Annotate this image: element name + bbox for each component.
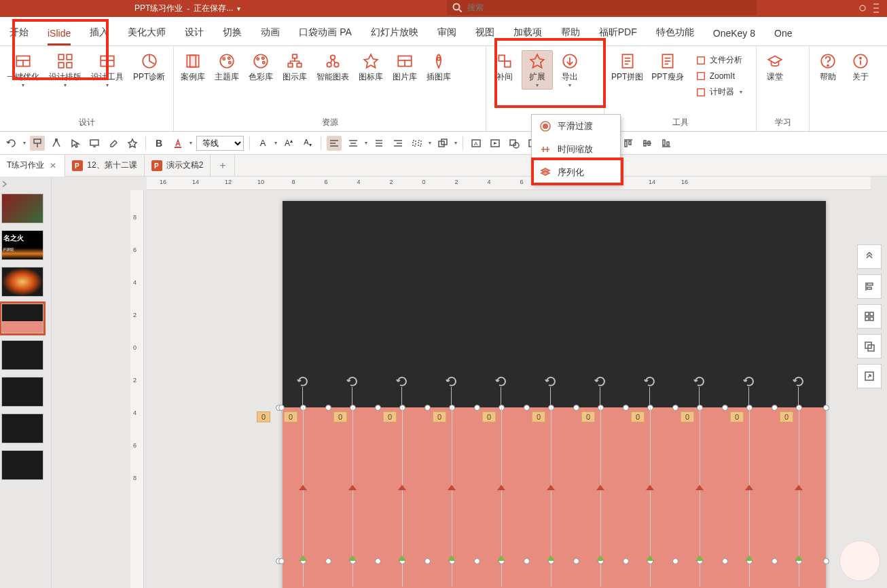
align-left-button[interactable] <box>327 136 342 151</box>
marker-green-icon[interactable] <box>745 555 753 561</box>
align-obj-bottom-button[interactable] <box>659 136 674 151</box>
marker-green-icon[interactable] <box>596 555 604 561</box>
animation-painter-button[interactable] <box>30 136 45 151</box>
selection-handle[interactable] <box>722 558 728 564</box>
ribbon-btn-PPT拼图[interactable]: PPT拼图 <box>607 50 647 83</box>
selection-handle[interactable] <box>672 558 678 564</box>
selection-handle[interactable] <box>672 405 678 411</box>
animation-tag[interactable]: 0 <box>730 411 744 422</box>
selection-handle[interactable] <box>474 558 480 564</box>
thumbnail-1[interactable]: 名之火FIRE <box>1 230 43 260</box>
marker-red-icon[interactable] <box>348 485 357 490</box>
slide-lower-shape[interactable] <box>283 407 826 588</box>
marker-green-icon[interactable] <box>547 555 555 561</box>
thumbnail-5[interactable] <box>1 377 43 407</box>
dropdown-item-0[interactable]: 平滑过渡 <box>532 115 620 138</box>
animation-tag[interactable]: 0 <box>482 411 496 422</box>
tool-side-0[interactable]: 文件分析 <box>693 53 745 67</box>
marker-green-icon[interactable] <box>299 555 307 561</box>
increase-font-button[interactable]: A▴ <box>281 136 296 151</box>
align-panel-button[interactable] <box>857 274 882 299</box>
selection-handle[interactable] <box>474 405 480 411</box>
floating-circle-button[interactable] <box>839 540 880 581</box>
canvas-area[interactable]: 1614121086420246810121416 864202468 0000… <box>52 177 887 588</box>
marker-red-icon[interactable] <box>398 485 406 490</box>
marker-green-icon[interactable] <box>448 555 456 561</box>
marker-green-icon[interactable] <box>497 555 505 561</box>
selection-handle[interactable] <box>623 558 629 564</box>
doctab-2[interactable]: P演示文稿2 <box>145 155 211 177</box>
ribbon-btn-关于[interactable]: 关于 <box>845 50 876 83</box>
animation-tag[interactable]: 0 <box>532 411 545 422</box>
account-icon[interactable] <box>856 1 882 15</box>
marker-green-icon[interactable] <box>646 555 654 561</box>
dropdown-item-1[interactable]: 时间缩放 <box>532 138 620 161</box>
rotation-handle[interactable] <box>544 375 558 388</box>
eraser-button[interactable] <box>106 136 121 151</box>
tab-9[interactable]: 审阅 <box>428 18 466 45</box>
collapse-panel-button[interactable] <box>857 244 882 269</box>
animation-tag[interactable]: 0 <box>284 411 297 422</box>
rotation-handle[interactable] <box>594 375 607 388</box>
tab-0[interactable]: 开始 <box>0 18 38 45</box>
ribbon-btn-插图库[interactable]: 插图库 <box>422 50 455 83</box>
thumbnail-4[interactable] <box>1 340 43 370</box>
tab-7[interactable]: 口袋动画 PA <box>289 18 361 45</box>
selection-handle[interactable] <box>278 558 285 564</box>
rotation-handle[interactable] <box>792 375 805 388</box>
tab-10[interactable]: 视图 <box>466 18 504 45</box>
layout-panel-button[interactable] <box>857 304 882 329</box>
align-obj-top-button[interactable] <box>621 136 636 151</box>
close-tab-icon[interactable]: ✕ <box>48 161 58 170</box>
presentation-button[interactable] <box>87 136 102 151</box>
tab-6[interactable]: 动画 <box>251 18 289 45</box>
marker-green-icon[interactable] <box>695 555 704 561</box>
selection-handle[interactable] <box>278 405 285 411</box>
ribbon-btn-智能图表[interactable]: 智能图表 <box>312 50 353 83</box>
selection-handle[interactable] <box>823 558 829 564</box>
selection-handle[interactable] <box>722 405 728 411</box>
layer-panel-button[interactable] <box>857 334 882 359</box>
tab-4[interactable]: 设计 <box>175 18 213 45</box>
tab-3[interactable]: 美化大师 <box>118 18 175 45</box>
slide-canvas[interactable]: 000000000000 <box>283 201 826 588</box>
marker-red-icon[interactable] <box>646 485 654 490</box>
rotation-handle[interactable] <box>643 375 657 388</box>
shape-button[interactable] <box>507 136 522 151</box>
rotation-handle[interactable] <box>395 375 409 388</box>
ribbon-btn-补间[interactable]: 补间 <box>489 50 520 83</box>
animation-tag[interactable]: 0 <box>433 411 446 422</box>
animation-tag[interactable]: 0 <box>333 411 347 422</box>
rotation-handle[interactable] <box>346 375 359 388</box>
animation-tag[interactable]: 0 <box>257 411 270 422</box>
selection-handle[interactable] <box>375 558 381 564</box>
animation-tag[interactable]: 0 <box>581 411 595 422</box>
rotation-handle[interactable] <box>445 375 458 388</box>
ribbon-btn-图示库[interactable]: 图示库 <box>278 50 311 83</box>
marker-red-icon[interactable] <box>448 485 456 490</box>
ribbon-btn-帮助[interactable]: 帮助 <box>812 50 844 83</box>
selection-handle[interactable] <box>772 405 778 411</box>
collapse-icon[interactable] <box>0 179 10 189</box>
thumbnail-6[interactable] <box>1 414 43 443</box>
align-center-button[interactable] <box>346 136 361 151</box>
ribbon-btn-PPT诊断[interactable]: PPT诊断 <box>129 50 169 83</box>
add-doctab-button[interactable]: + <box>211 155 235 177</box>
marker-red-icon[interactable] <box>745 485 753 490</box>
ribbon-btn-案例库[interactable]: 案例库 <box>177 50 209 83</box>
doctab-1[interactable]: P12、第十二课 <box>65 155 144 177</box>
selection-handle[interactable] <box>325 405 331 411</box>
tool-side-1[interactable]: ZoomIt <box>693 70 745 82</box>
selection-handle[interactable] <box>823 405 829 411</box>
font-color-button[interactable] <box>170 136 185 151</box>
marker-red-icon[interactable] <box>547 485 555 490</box>
font-select[interactable]: 等线 (正文 <box>196 136 244 151</box>
marker-green-icon[interactable] <box>348 555 357 561</box>
animation-tag[interactable]: 0 <box>631 411 645 422</box>
marker-red-icon[interactable] <box>695 485 704 490</box>
motion-path-button[interactable] <box>49 136 64 151</box>
thumbnail-panel[interactable]: 名之火FIRE <box>0 177 52 588</box>
selection-handle[interactable] <box>424 558 431 564</box>
font-size-button[interactable]: A <box>255 136 270 151</box>
marker-green-icon[interactable] <box>398 555 406 561</box>
